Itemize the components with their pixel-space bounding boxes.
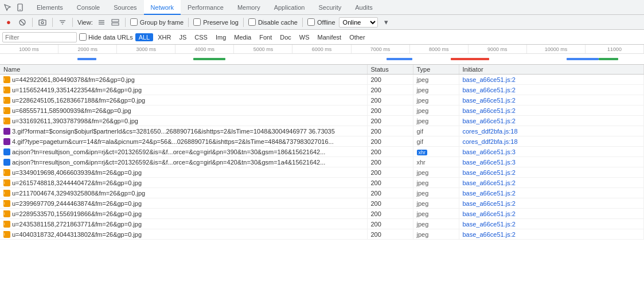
table-row[interactable]: iu=2399697709,2444463874&fm=26&gp=0.jpg2…: [0, 198, 644, 209]
cell-status: 200: [367, 147, 413, 157]
table-row[interactable]: iu=68555711,585900939&fm=26&gp=0.jpg200j…: [0, 105, 644, 116]
offline-check[interactable]: Offline: [307, 18, 335, 26]
tab-elements[interactable]: Elements: [30, 0, 70, 15]
cell-name: 3.gif?format=$consign$objurl$partnerId&c…: [0, 126, 367, 136]
table-row[interactable]: iu=442922061,804490378&fm=26&gp=0.jpg200…: [0, 75, 644, 85]
table-row[interactable]: acjson?tn=resultjson_com&ipn=rj&ct=20132…: [0, 147, 644, 157]
disable-cache-check[interactable]: Disable cache: [248, 18, 298, 26]
cell-initiator[interactable]: base_a66ce51.js:3: [459, 147, 644, 157]
table-row[interactable]: iu=1156524419,3351422354&fm=26&gp=0.jpg2…: [0, 85, 644, 95]
table-row[interactable]: iu=4040318732,4044313802&fm=26&gp=0.jpg2…: [0, 229, 644, 240]
clear-button[interactable]: [17, 17, 28, 28]
col-name[interactable]: Name: [0, 65, 367, 75]
tab-performance[interactable]: Performance: [181, 0, 231, 15]
cell-initiator[interactable]: base_a66ce51.js:2: [459, 209, 644, 219]
cell-status: 200: [367, 136, 413, 147]
hide-data-urls-check[interactable]: Hide data URLs: [79, 33, 133, 41]
col-type[interactable]: Type: [413, 65, 459, 75]
hide-data-urls-checkbox[interactable]: [79, 33, 87, 41]
table-row[interactable]: iu=3349019698,4066603939&fm=26&gp=0.jpg2…: [0, 167, 644, 178]
camera-button[interactable]: [37, 17, 48, 28]
cell-initiator[interactable]: base_a66ce51.js:2: [459, 198, 644, 209]
preserve-log-checkbox[interactable]: [193, 18, 201, 26]
filter-type-media[interactable]: Media: [231, 33, 255, 41]
table-row[interactable]: iu=2286245105,16283667188&fm=26&gp=0.jpg…: [0, 95, 644, 105]
sep6: [243, 18, 244, 27]
table-row[interactable]: iu=2615748818,3244440472&fm=26&gp=0.jpg2…: [0, 178, 644, 188]
row-filename: acjson?tn=resultjson_com&ipn=rj&ct=20132…: [12, 159, 325, 166]
inspect-icon[interactable]: [2, 2, 13, 13]
table-row[interactable]: iu=2435381158,2721863771&fm=26&gp=0.jpg2…: [0, 219, 644, 229]
tab-security[interactable]: Security: [311, 0, 348, 15]
cell-initiator[interactable]: base_a66ce51.js:2: [459, 178, 644, 188]
table-row[interactable]: 4.gif?type=pageturn&curr=14&fr=ala&picnu…: [0, 136, 644, 147]
filter-type-img[interactable]: Img: [212, 33, 229, 41]
row-filename: u=3349019698,4066603939&fm=26&gp=0.jpg: [12, 169, 142, 176]
col-status[interactable]: Status: [367, 65, 413, 75]
row-filename: u=1156524419,3351422354&fm=26&gp=0.jpg: [12, 87, 142, 93]
record-button[interactable]: ●: [3, 17, 14, 28]
cell-name: iu=2117004674,32949325808&fm=26&gp=0.jpg: [0, 188, 367, 198]
filter-icon[interactable]: [57, 17, 68, 28]
throttle-settings-icon[interactable]: ▾: [381, 17, 392, 28]
filter-type-other[interactable]: Other: [346, 33, 369, 41]
tab-application[interactable]: Application: [267, 0, 312, 15]
cell-name: acjson?tn=resultjson_com&ipn=rj&ct=20132…: [0, 157, 367, 167]
cell-initiator[interactable]: base_a66ce51.js:2: [459, 75, 644, 85]
tab-memory[interactable]: Memory: [231, 0, 267, 15]
cell-initiator[interactable]: base_a66ce51.js:2: [459, 116, 644, 126]
filter-type-js[interactable]: JS: [175, 33, 190, 41]
group-by-frame-checkbox[interactable]: [130, 18, 138, 26]
cell-initiator[interactable]: base_a66ce51.js:2: [459, 85, 644, 95]
cell-name: iu=1156524419,3351422354&fm=26&gp=0.jpg: [0, 85, 367, 95]
large-rows-button[interactable]: [110, 17, 120, 28]
cell-type: jpeg: [413, 116, 459, 126]
wf-bar-4: [451, 58, 489, 60]
row-filename: u=2435381158,2721863771&fm=26&gp=0.jpg: [12, 221, 142, 228]
table-row[interactable]: iu=331692611,3903787998&fm=26&gp=0.jpg20…: [0, 116, 644, 126]
wf-bar-5: [567, 58, 599, 60]
cell-type: xhr: [413, 147, 459, 157]
table-header-row: Name Status Type Initiator: [0, 65, 644, 75]
throttle-select[interactable]: Online Fast 3G Slow 3G Offline: [339, 17, 378, 28]
svg-line-3: [21, 21, 24, 24]
preserve-log-check[interactable]: Preserve log: [193, 18, 239, 26]
disable-cache-checkbox[interactable]: [248, 18, 256, 26]
table-row[interactable]: 3.gif?format=$consign$objurl$partnerId&c…: [0, 126, 644, 136]
cell-status: 200: [367, 229, 413, 240]
filter-type-css[interactable]: CSS: [191, 33, 211, 41]
cell-initiator[interactable]: cores_ddf2bfa.js:18: [459, 136, 644, 147]
filter-type-font[interactable]: Font: [256, 33, 275, 41]
table-row[interactable]: iu=2117004674,32949325808&fm=26&gp=0.jpg…: [0, 188, 644, 198]
filter-type-all[interactable]: ALL: [135, 33, 154, 41]
cell-initiator[interactable]: base_a66ce51.js:2: [459, 95, 644, 105]
filter-type-manifest[interactable]: Manifest: [314, 33, 345, 41]
col-initiator[interactable]: Initiator: [459, 65, 644, 75]
cell-initiator[interactable]: cores_ddf2bfa.js:18: [459, 126, 644, 136]
table-row[interactable]: iu=2289533570,1556919866&fm=26&gp=0.jpg2…: [0, 209, 644, 219]
cell-initiator[interactable]: base_a66ce51.js:2: [459, 229, 644, 240]
tab-sources[interactable]: Sources: [107, 0, 143, 15]
cell-initiator[interactable]: base_a66ce51.js:2: [459, 167, 644, 178]
tab-console[interactable]: Console: [70, 0, 107, 15]
list-view-button[interactable]: [96, 17, 107, 28]
group-by-frame-check[interactable]: Group by frame: [130, 18, 184, 26]
filter-input[interactable]: [2, 32, 77, 42]
cell-type: xhr: [413, 157, 459, 167]
img-icon: i: [3, 97, 10, 104]
filter-type-ws[interactable]: WS: [296, 33, 313, 41]
filter-type-doc[interactable]: Doc: [276, 33, 295, 41]
cell-initiator[interactable]: base_a66ce51.js:2: [459, 219, 644, 229]
cell-initiator[interactable]: base_a66ce51.js:2: [459, 105, 644, 116]
cell-status: 200: [367, 178, 413, 188]
offline-checkbox[interactable]: [307, 18, 315, 26]
tab-network[interactable]: Network: [144, 0, 181, 15]
filter-type-xhr[interactable]: XHR: [154, 33, 174, 41]
cell-initiator[interactable]: base_a66ce51.js:2: [459, 188, 644, 198]
tab-audits[interactable]: Audits: [348, 0, 380, 15]
table-row[interactable]: acjson?tn=resultjson_com&ipn=rj&ct=20132…: [0, 157, 644, 167]
xhr-icon: [3, 159, 10, 166]
cell-initiator[interactable]: base_a66ce51.js:3: [459, 157, 644, 167]
timeline-tick: 10000 ms: [527, 45, 586, 53]
device-icon[interactable]: [15, 2, 25, 13]
